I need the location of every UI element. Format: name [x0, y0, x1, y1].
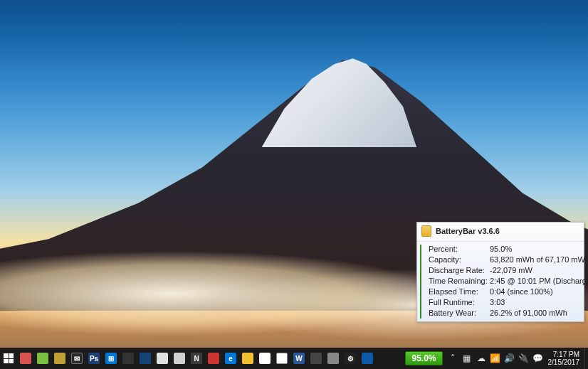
row-label: Percent:: [429, 245, 488, 253]
tooltip-title: BatteryBar v3.6.6: [436, 227, 500, 235]
taskbar-notion[interactable]: N: [188, 348, 205, 369]
chrome-icon: ◉: [259, 353, 271, 364]
tray-chevron-up-icon[interactable]: ˄: [446, 348, 460, 369]
clock-date: 2/15/2017: [548, 358, 580, 366]
windows-logo-icon: [4, 353, 14, 363]
notion-icon: N: [191, 353, 202, 364]
taskbar-app-21[interactable]: [359, 348, 376, 369]
taskbar-photos[interactable]: [239, 348, 256, 369]
taskbar-photoshop[interactable]: Ps: [85, 348, 103, 369]
office-icon: [208, 353, 219, 364]
store-icon: ⊞: [105, 353, 117, 364]
taskbar-chrome[interactable]: ◉: [256, 348, 273, 369]
tooltip-grid: Percent: 95.0% Capacity: 63,820 mWh of 6…: [421, 242, 588, 321]
batterybar-tooltip: BatteryBar v3.6.6 Percent: 95.0% Capacit…: [416, 222, 584, 322]
row-value: 3:03: [490, 298, 588, 306]
start-button[interactable]: [0, 348, 17, 369]
app-icon: [122, 353, 134, 364]
taskbar-office[interactable]: [205, 348, 222, 369]
row-value: 63,820 mWh of 67,170 mWh: [490, 255, 588, 264]
taskbar-app-2[interactable]: [34, 348, 51, 369]
taskbar: ✉ Ps ⊞ N e ◉ 🗀 W ⚙ 95.0% ˄ ▦ ☁ 📶 🔊 🔌 💬 7…: [0, 348, 588, 369]
photoshop-icon: Ps: [88, 353, 100, 364]
desktop-wallpaper[interactable]: BatteryBar v3.6.6 Percent: 95.0% Capacit…: [0, 0, 588, 369]
taskbar-mail[interactable]: ✉: [68, 348, 85, 369]
row-label: Battery Wear:: [429, 309, 488, 317]
taskbar-app-18[interactable]: [308, 348, 325, 369]
taskbar-app-8[interactable]: [137, 348, 154, 369]
row-value: 26.2% of 91,000 mWh: [490, 309, 588, 317]
taskbar-settings[interactable]: ⚙: [342, 348, 359, 369]
batterybar-percent: 95.0%: [411, 353, 436, 363]
taskbar-apps: ✉ Ps ⊞ N e ◉ 🗀 W ⚙: [0, 348, 376, 369]
system-tray: ˄ ▦ ☁ 📶 🔊 🔌 💬: [446, 348, 545, 369]
app-icon: [140, 353, 151, 364]
app-icon: [327, 353, 339, 364]
app-icon: [310, 353, 322, 364]
taskbar-app-9[interactable]: [154, 348, 171, 369]
edge-icon: e: [225, 353, 236, 364]
taskbar-calculator[interactable]: [51, 348, 68, 369]
taskbar-edge[interactable]: e: [222, 348, 239, 369]
photos-icon: [242, 353, 253, 364]
app-icon: [20, 353, 31, 364]
tooltip-header: BatteryBar v3.6.6: [417, 223, 584, 242]
gear-icon: ⚙: [345, 353, 356, 364]
app-icon: [37, 353, 48, 364]
word-icon: W: [293, 353, 305, 364]
row-label: Time Remaining:: [429, 277, 488, 285]
row-label: Capacity:: [429, 255, 488, 264]
taskbar-app-10[interactable]: [171, 348, 188, 369]
taskbar-app-1[interactable]: [17, 348, 34, 369]
power-icon[interactable]: 🔌: [517, 348, 531, 369]
row-value: -22,079 mW: [490, 266, 588, 274]
row-value: 2:45 @ 10:01 PM (Discharging): [490, 277, 588, 285]
taskbar-clock[interactable]: 7:17 PM 2/15/2017: [545, 348, 584, 369]
taskbar-word[interactable]: W: [290, 348, 308, 369]
volume-icon[interactable]: 🔊: [503, 348, 517, 369]
row-label: Elapsed Time:: [429, 287, 488, 296]
onedrive-icon[interactable]: ☁: [474, 348, 488, 369]
folder-icon: 🗀: [276, 353, 288, 364]
clock-time: 7:17 PM: [553, 351, 579, 358]
show-desktop-button[interactable]: [584, 348, 588, 369]
action-center-icon[interactable]: 💬: [531, 348, 545, 369]
row-label: Full Runtime:: [429, 298, 488, 306]
calculator-icon: [54, 353, 65, 364]
app-icon: [362, 353, 373, 364]
batterybar-toolbar[interactable]: 95.0%: [405, 351, 442, 365]
row-value: 0:04 (since 100%): [490, 287, 588, 296]
tray-app-icon[interactable]: ▦: [460, 348, 474, 369]
row-value: 95.0%: [490, 245, 588, 253]
taskbar-app-19[interactable]: [325, 348, 342, 369]
battery-icon: [421, 225, 431, 237]
taskbar-file-explorer[interactable]: 🗀: [273, 348, 290, 369]
app-icon: [157, 353, 168, 364]
row-label: Discharge Rate:: [429, 266, 488, 274]
taskbar-store[interactable]: ⊞: [103, 348, 120, 369]
taskbar-app-7[interactable]: [120, 348, 137, 369]
app-icon: [174, 353, 185, 364]
wifi-icon[interactable]: 📶: [488, 348, 503, 369]
mail-icon: ✉: [71, 353, 83, 364]
